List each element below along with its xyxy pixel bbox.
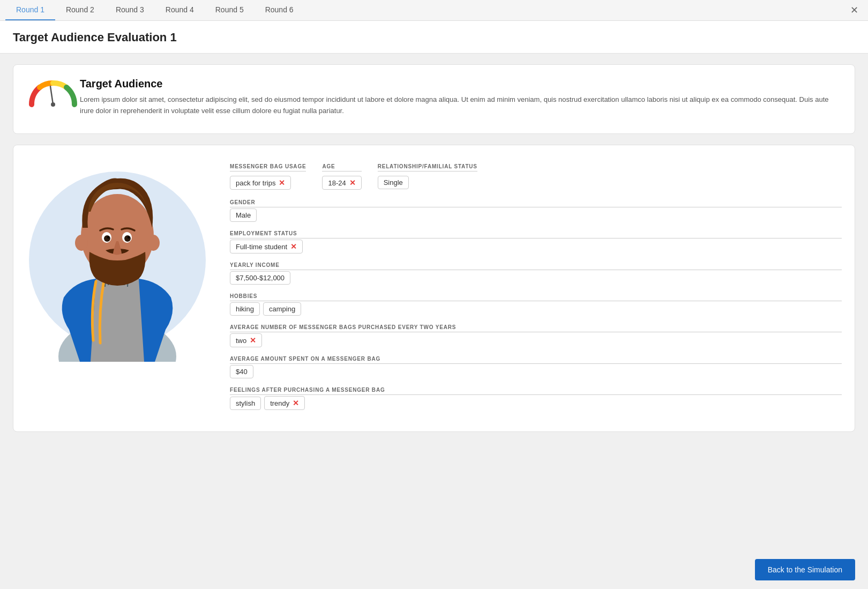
age-group: AGE 18-24 ✕ bbox=[322, 163, 361, 190]
svg-point-13 bbox=[147, 235, 160, 251]
close-button[interactable]: ✕ bbox=[846, 2, 863, 18]
tag-trendy: trendy ✕ bbox=[264, 396, 305, 410]
tag-stylish: stylish bbox=[230, 397, 261, 410]
tab-round-4[interactable]: Round 4 bbox=[155, 0, 205, 20]
avg-bags-tags: two ✕ bbox=[230, 333, 842, 347]
employment-label: EMPLOYMENT STATUS bbox=[230, 230, 842, 238]
avg-bags-section: AVERAGE NUMBER OF MESSENGER BAGS PURCHAS… bbox=[230, 324, 842, 347]
remove-two-bags-button[interactable]: ✕ bbox=[250, 336, 256, 345]
avg-bags-label: AVERAGE NUMBER OF MESSENGER BAGS PURCHAS… bbox=[230, 324, 842, 332]
tag-age: 18-24 ✕ bbox=[322, 176, 361, 190]
tag-text: $7,500-$12,000 bbox=[236, 274, 285, 282]
gender-label: GENDER bbox=[230, 199, 842, 207]
tab-round-6[interactable]: Round 6 bbox=[255, 0, 304, 20]
tag-two-bags: two ✕ bbox=[230, 333, 262, 347]
tag-income: $7,500-$12,000 bbox=[230, 271, 290, 285]
avg-amount-label: AVERAGE AMOUNT SPENT ON A MESSENGER BAG bbox=[230, 356, 842, 364]
tag-amount: $40 bbox=[230, 365, 253, 378]
employment-section: EMPLOYMENT STATUS Full-time student ✕ bbox=[230, 230, 842, 254]
tab-round-3[interactable]: Round 3 bbox=[105, 0, 155, 20]
feelings-section: FEELINGS AFTER PURCHASING A MESSENGER BA… bbox=[230, 387, 842, 410]
tag-text: two bbox=[236, 337, 246, 345]
svg-point-9 bbox=[124, 235, 131, 242]
messenger-bag-tags: pack for trips ✕ bbox=[230, 176, 306, 190]
messenger-bag-group: MESSENGER BAG USAGE pack for trips ✕ bbox=[230, 163, 306, 190]
avg-amount-section: AVERAGE AMOUNT SPENT ON A MESSENGER BAG … bbox=[230, 356, 842, 378]
hobbies-tags: hiking camping bbox=[230, 302, 842, 316]
tag-text: camping bbox=[269, 305, 295, 313]
svg-point-10 bbox=[107, 236, 109, 238]
tag-text: hiking bbox=[236, 305, 254, 313]
svg-point-8 bbox=[104, 235, 110, 242]
persona-layout: MESSENGER BAG USAGE pack for trips ✕ AGE bbox=[26, 158, 842, 419]
tag-pack-for-trips: pack for trips ✕ bbox=[230, 176, 291, 190]
hobbies-section: HOBBIES hiking camping bbox=[230, 293, 842, 316]
tag-text: trendy bbox=[270, 399, 289, 407]
tag-text: Single bbox=[384, 178, 403, 187]
tag-employment: Full-time student ✕ bbox=[230, 240, 303, 254]
tag-hiking: hiking bbox=[230, 302, 260, 316]
tag-camping: camping bbox=[263, 302, 301, 316]
audience-card: Target Audience Lorem ipsum dolor sit am… bbox=[13, 64, 855, 134]
tag-text: 18-24 bbox=[328, 179, 346, 187]
main-content: Target Audience Lorem ipsum dolor sit am… bbox=[0, 54, 868, 453]
tab-round-2[interactable]: Round 2 bbox=[55, 0, 105, 20]
svg-point-12 bbox=[75, 235, 88, 251]
relationship-label: RELATIONSHIP/FAMILIAL STATUS bbox=[378, 163, 477, 172]
tab-round-1[interactable]: Round 1 bbox=[5, 0, 55, 20]
back-to-simulation-button[interactable]: Back to the Simulation bbox=[755, 559, 855, 580]
tag-text: pack for trips bbox=[236, 179, 275, 187]
svg-point-1 bbox=[51, 102, 55, 107]
audience-header: Target Audience Lorem ipsum dolor sit am… bbox=[26, 78, 842, 121]
feelings-tags: stylish trendy ✕ bbox=[230, 396, 842, 410]
persona-avatar bbox=[26, 158, 208, 362]
tag-text: Male bbox=[236, 211, 251, 219]
audience-info: Target Audience Lorem ipsum dolor sit am… bbox=[80, 78, 842, 117]
attr-row-1: MESSENGER BAG USAGE pack for trips ✕ AGE bbox=[230, 163, 842, 190]
tab-round-5[interactable]: Round 5 bbox=[205, 0, 255, 20]
tag-single: Single bbox=[378, 176, 409, 189]
relationship-tags: Single bbox=[378, 176, 477, 189]
persona-attributes: MESSENGER BAG USAGE pack for trips ✕ AGE bbox=[230, 158, 842, 419]
page-header: Target Audience Evaluation 1 bbox=[0, 21, 868, 54]
footer: Back to the Simulation bbox=[742, 550, 868, 589]
remove-pack-for-trips-button[interactable]: ✕ bbox=[279, 178, 285, 187]
tag-text: $40 bbox=[236, 368, 248, 376]
remove-age-button[interactable]: ✕ bbox=[349, 178, 356, 187]
messenger-bag-label: MESSENGER BAG USAGE bbox=[230, 163, 306, 172]
employment-tags: Full-time student ✕ bbox=[230, 240, 842, 254]
audience-description: Lorem ipsum dolor sit amet, consectetur … bbox=[80, 94, 842, 117]
svg-line-0 bbox=[50, 86, 53, 105]
income-section: YEARLY INCOME $7,500-$12,000 bbox=[230, 262, 842, 285]
tag-male: Male bbox=[230, 208, 257, 222]
svg-point-11 bbox=[128, 236, 130, 238]
remove-trendy-button[interactable]: ✕ bbox=[293, 399, 299, 407]
tag-text: Full-time student bbox=[236, 243, 287, 251]
avg-amount-tags: $40 bbox=[230, 365, 842, 378]
age-tags: 18-24 ✕ bbox=[322, 176, 361, 190]
persona-card: MESSENGER BAG USAGE pack for trips ✕ AGE bbox=[13, 145, 855, 432]
income-tags: $7,500-$12,000 bbox=[230, 271, 842, 285]
page-title: Target Audience Evaluation 1 bbox=[13, 31, 855, 44]
audience-title: Target Audience bbox=[80, 78, 842, 90]
hobbies-label: HOBBIES bbox=[230, 293, 842, 301]
feelings-label: FEELINGS AFTER PURCHASING A MESSENGER BA… bbox=[230, 387, 842, 395]
gender-tags: Male bbox=[230, 208, 842, 222]
gauge-icon bbox=[26, 78, 69, 121]
relationship-group: RELATIONSHIP/FAMILIAL STATUS Single bbox=[378, 163, 477, 189]
gender-section: GENDER Male bbox=[230, 199, 842, 222]
income-label: YEARLY INCOME bbox=[230, 262, 842, 270]
age-label: AGE bbox=[322, 163, 361, 172]
remove-employment-button[interactable]: ✕ bbox=[290, 242, 297, 251]
tab-bar: Round 1 Round 2 Round 3 Round 4 Round 5 … bbox=[0, 0, 868, 21]
tag-text: stylish bbox=[236, 399, 255, 407]
